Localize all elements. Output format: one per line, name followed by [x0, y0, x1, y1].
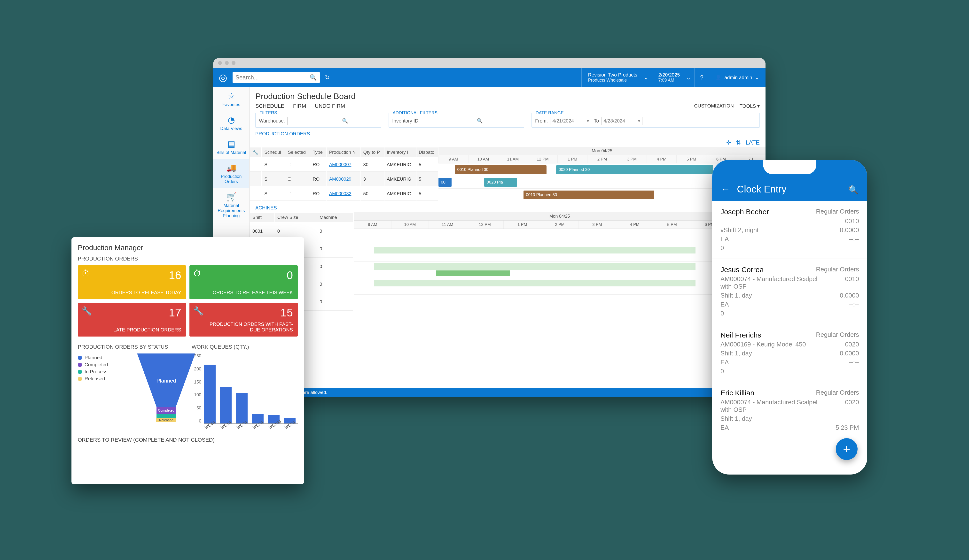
svg-text:Completed: Completed: [158, 409, 175, 412]
sidenav-item[interactable]: 🚚Production Orders: [213, 159, 249, 188]
entry-name: Joseph Becher: [721, 208, 769, 216]
clock-entry[interactable]: Jesus CorreaRegular Orders AM000074 - Ma…: [712, 259, 867, 324]
hour-label: 10 AM: [468, 155, 498, 163]
date-to-input[interactable]: 4/28/2024▾: [601, 117, 643, 125]
entry-tag: Regular Orders: [816, 208, 859, 216]
sidenav-item[interactable]: ▤Bills of Material: [213, 135, 249, 159]
hour-label: 10 AM: [391, 221, 429, 229]
search-field[interactable]: [235, 74, 310, 81]
legend-item: In Process: [78, 369, 108, 374]
gantt-bar[interactable]: 0010 Planned 50: [523, 191, 654, 199]
kpi-tile[interactable]: ⏱0ORDERS TO RELEASE THIS WEEK: [190, 265, 298, 299]
kpi-tile[interactable]: 🔧15PRODUCTION ORDERS WITH PAST-DUE OPERA…: [190, 302, 298, 337]
column-header[interactable]: Crew Size: [275, 213, 317, 222]
expand-icon[interactable]: ⇅: [736, 139, 741, 146]
gantt-bar[interactable]: 0020 Pla: [484, 178, 517, 187]
filter-label: Warehouse:: [259, 118, 285, 124]
sidenav-item[interactable]: 🛒Material Requirements Planning: [213, 188, 249, 222]
time-value: 7:09 AM: [658, 78, 680, 83]
nav-label: Production Orders: [221, 174, 241, 184]
column-header[interactable]: Dispatc: [416, 148, 438, 157]
bar[interactable]: [236, 393, 248, 424]
company-name: Revision Two Products: [588, 72, 637, 78]
review-heading: ORDERS TO REVIEW (COMPLETE AND NOT CLOSE…: [78, 437, 298, 443]
entry-value: --:--: [849, 301, 859, 308]
production-number-link[interactable]: AM000032: [329, 191, 351, 196]
column-header[interactable]: Production N: [326, 148, 360, 157]
hour-label: 9 AM: [438, 155, 468, 163]
gantt-bar[interactable]: 0010 Planned 30: [455, 165, 546, 174]
gantt-bar[interactable]: 0020 Planned 30: [556, 165, 713, 174]
machine-gantt-row: [354, 278, 766, 295]
chevron-down-icon[interactable]: ⌄: [686, 74, 694, 81]
kpi-tile[interactable]: ⏱16ORDERS TO RELEASE TODAY: [78, 265, 186, 299]
bar[interactable]: [204, 365, 216, 424]
gantt-bar[interactable]: 00: [438, 178, 451, 187]
bar[interactable]: [220, 387, 231, 424]
table-row[interactable]: SROAM00003250AMKEURIG5: [250, 187, 438, 201]
traffic-light-icon[interactable]: [231, 61, 235, 65]
action-button[interactable]: SCHEDULE: [255, 103, 285, 109]
date-from-input[interactable]: 4/21/2024▾: [550, 117, 591, 125]
toolbar-link[interactable]: CUSTOMIZATION: [694, 103, 734, 109]
inventory-input[interactable]: 🔍: [422, 117, 485, 125]
chevron-down-icon[interactable]: ⌄: [644, 74, 652, 81]
filter-label: To: [594, 118, 599, 124]
refresh-icon[interactable]: ↻: [320, 68, 334, 87]
work-bar[interactable]: [436, 271, 510, 276]
entry-line: Shift 1, day: [721, 415, 752, 422]
sidenav-item[interactable]: ☆Favorites: [213, 87, 249, 111]
column-header[interactable]: Type: [310, 148, 326, 157]
help-icon[interactable]: ?: [694, 68, 709, 87]
column-header[interactable]: Qty to P: [361, 148, 384, 157]
hour-label: 11 AM: [498, 155, 528, 163]
clock-entry[interactable]: Joseph BecherRegular Orders 0010 vShift …: [712, 201, 867, 259]
late-link[interactable]: LATE: [746, 139, 760, 146]
app-logo-icon[interactable]: ◎: [213, 68, 233, 87]
toolbar-link[interactable]: TOOLS ▾: [739, 103, 760, 109]
company-switcher[interactable]: Revision Two Products Products Wholesale: [581, 68, 643, 87]
traffic-light-icon[interactable]: [218, 61, 222, 65]
back-icon[interactable]: ←: [721, 184, 730, 194]
search-icon[interactable]: 🔍: [310, 74, 317, 81]
column-header[interactable]: Shift: [250, 213, 275, 222]
entry-line: EA: [721, 424, 729, 432]
column-header[interactable]: Machine: [317, 213, 353, 222]
row-checkbox[interactable]: [288, 163, 291, 166]
table-row[interactable]: SROAM0000293AMKEURIG5: [250, 172, 438, 186]
traffic-light-icon[interactable]: [225, 61, 229, 65]
search-input[interactable]: 🔍: [233, 72, 320, 83]
clock-entry[interactable]: Eric KillianRegular Orders AM000074 - Ma…: [712, 382, 867, 440]
column-header[interactable]: 🔧: [250, 148, 261, 157]
sidenav-item[interactable]: ◔Data Views: [213, 111, 249, 135]
column-header[interactable]: Inventory I: [385, 148, 416, 157]
filters-legend: ADDITIONAL FILTERS: [391, 110, 439, 115]
row-checkbox[interactable]: [288, 192, 291, 195]
column-header[interactable]: Selected: [285, 148, 310, 157]
main-content: Production Schedule Board SCHEDULEFIRMUN…: [250, 87, 766, 397]
fab-add-button[interactable]: +: [836, 438, 857, 460]
production-number-link[interactable]: AM000007: [329, 162, 351, 167]
column-header[interactable]: Schedul: [262, 148, 285, 157]
action-button[interactable]: UNDO FIRM: [315, 103, 345, 109]
search-icon[interactable]: 🔍: [848, 185, 859, 194]
entry-line: AM000074 - Manufactured Scalpel with OSP: [721, 275, 817, 290]
add-icon[interactable]: ✛: [726, 139, 731, 146]
action-button[interactable]: FIRM: [293, 103, 306, 109]
legend-item: Planned: [78, 355, 108, 361]
legend-dot-icon: [78, 370, 82, 374]
kpi-tile[interactable]: 🔧17LATE PRODUCTION ORDERS: [78, 302, 186, 337]
tile-label: PRODUCTION ORDERS WITH PAST-DUE OPERATIO…: [204, 322, 293, 333]
clock-entry[interactable]: Neil FrerichsRegular Orders AM000169 - K…: [712, 324, 867, 382]
window-titlebar: [213, 58, 766, 68]
production-number-link[interactable]: AM000029: [329, 176, 351, 181]
tile-label: ORDERS TO RELEASE THIS WEEK: [204, 290, 293, 295]
warehouse-input[interactable]: 🔍: [287, 117, 350, 125]
row-checkbox[interactable]: [288, 178, 291, 181]
tab-machines[interactable]: ACHINES: [250, 204, 766, 212]
tab-production-orders[interactable]: PRODUCTION ORDERS: [250, 130, 766, 138]
date-display[interactable]: 2/20/2025 7:09 AM: [652, 68, 686, 87]
user-menu[interactable]: 👤 admin admin ⌄: [709, 68, 766, 87]
table-row[interactable]: SROAM00000730AMKEURIG5: [250, 158, 438, 172]
entry-line: AM000074 - Manufactured Scalpel with OSP: [721, 399, 817, 414]
